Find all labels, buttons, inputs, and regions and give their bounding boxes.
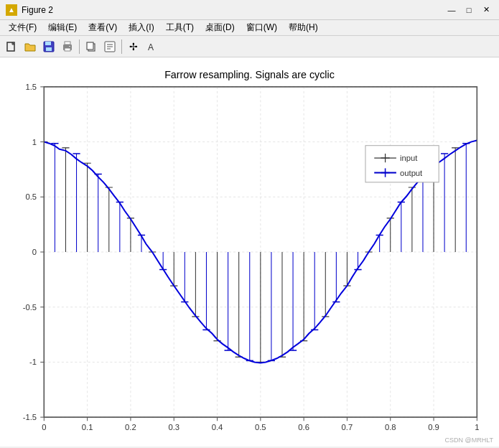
svg-text:-1.5: -1.5	[23, 413, 37, 421]
svg-rect-2	[45, 42, 51, 45]
plot-title: Farrow resampling. Signals are cyclic	[164, 69, 335, 80]
close-button[interactable]: ✕	[479, 3, 493, 17]
svg-text:0.8: 0.8	[385, 423, 396, 431]
svg-text:-1: -1	[29, 358, 37, 366]
maximize-button[interactable]: □	[462, 3, 476, 17]
figure-plot: Farrow resampling. Signals are cyclic 1.…	[0, 57, 499, 447]
menu-file[interactable]: 文件(F)	[3, 20, 42, 35]
svg-text:1: 1	[475, 423, 479, 431]
svg-rect-5	[65, 42, 70, 45]
svg-rect-7	[69, 46, 70, 47]
svg-text:0.9: 0.9	[428, 423, 439, 431]
svg-text:0.5: 0.5	[255, 423, 266, 431]
svg-text:1: 1	[32, 138, 37, 146]
toolbar: ✢ A	[0, 36, 499, 57]
svg-text:0.5: 0.5	[25, 192, 37, 201]
menu-edit[interactable]: 编辑(E)	[42, 20, 83, 35]
svg-text:0.2: 0.2	[125, 423, 136, 431]
menu-desktop[interactable]: 桌面(D)	[200, 20, 241, 35]
svg-text:0.3: 0.3	[168, 423, 179, 431]
svg-rect-6	[65, 48, 70, 51]
svg-rect-9	[87, 42, 93, 50]
plot-area: Farrow resampling. Signals are cyclic 1.…	[0, 57, 499, 447]
pan-button[interactable]: ✢	[125, 38, 142, 55]
menu-insert[interactable]: 插入(I)	[123, 20, 159, 35]
svg-text:0.6: 0.6	[298, 423, 309, 431]
menu-view[interactable]: 查看(V)	[83, 20, 123, 35]
toolbar-separator-2	[121, 39, 122, 54]
legend-output-label: output	[400, 169, 423, 177]
open-button[interactable]	[22, 38, 39, 55]
svg-text:0: 0	[32, 248, 37, 256]
svg-text:A: A	[148, 42, 154, 52]
props-button[interactable]	[101, 38, 118, 55]
zoom-text-button[interactable]: A	[144, 38, 161, 55]
window-controls: — □ ✕	[444, 3, 493, 17]
legend-input-label: input	[400, 154, 418, 162]
toolbar-separator-1	[79, 39, 80, 54]
svg-text:-0.5: -0.5	[23, 303, 37, 312]
menu-tools[interactable]: 工具(T)	[160, 20, 200, 35]
app-icon: ▲	[6, 4, 17, 16]
svg-text:0: 0	[42, 423, 46, 431]
menu-help[interactable]: 帮助(H)	[283, 20, 324, 35]
title-bar: ▲ Figure 2 — □ ✕	[0, 0, 499, 20]
svg-text:0.1: 0.1	[82, 423, 93, 431]
svg-rect-3	[46, 47, 52, 51]
menu-window[interactable]: 窗口(W)	[241, 20, 283, 35]
svg-text:0.7: 0.7	[342, 423, 353, 431]
menu-bar: 文件(F) 编辑(E) 查看(V) 插入(I) 工具(T) 桌面(D) 窗口(W…	[0, 20, 499, 36]
svg-text:0.4: 0.4	[212, 423, 223, 431]
save-button[interactable]	[40, 38, 57, 55]
copy-button[interactable]	[83, 38, 100, 55]
window-title: Figure 2	[22, 5, 444, 15]
watermark: CSDN @MRHLT	[445, 437, 493, 444]
svg-text:1.5: 1.5	[25, 83, 37, 91]
new-figure-button[interactable]	[3, 38, 20, 55]
minimize-button[interactable]: —	[444, 3, 459, 17]
print-button[interactable]	[59, 38, 76, 55]
